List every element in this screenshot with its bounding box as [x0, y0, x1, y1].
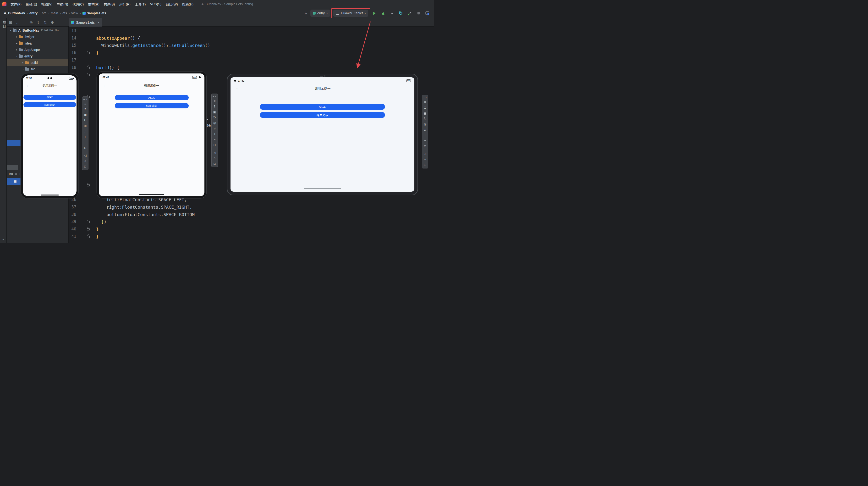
more-icon[interactable]: … — [16, 20, 20, 24]
debug-button[interactable] — [380, 10, 386, 16]
breadcrumb-item-entry[interactable]: entry — [29, 11, 37, 15]
rotate-icon[interactable]: ↻ — [422, 116, 428, 121]
audio-icon[interactable]: ♫ — [82, 128, 88, 134]
breadcrumb-item-a-buttonnav[interactable]: A_ButtonNav — [4, 11, 25, 15]
menu-icon[interactable]: ≡ — [422, 99, 428, 105]
breadcrumb-item-sample1-ets[interactable]: Sample1.ets — [83, 11, 106, 15]
menu-icon[interactable]: ≡ — [82, 101, 88, 107]
close-icon[interactable]: × — [215, 95, 216, 97]
volume-up-icon[interactable]: + — [422, 132, 428, 138]
bookmark-row[interactable]: Bo ≡ + — [7, 171, 21, 177]
run-button[interactable] — [371, 10, 377, 16]
power-icon[interactable]: ⊙ — [82, 145, 88, 150]
project-widget-icon[interactable]: ⊞ — [9, 20, 12, 25]
recents-nav-icon[interactable]: □ — [422, 162, 428, 168]
scroll-top-icon[interactable]: ↥ — [212, 104, 218, 109]
location-icon[interactable]: ◎ — [212, 120, 218, 125]
volume-down-icon[interactable]: − — [422, 138, 428, 143]
power-icon[interactable]: ⊙ — [212, 142, 218, 148]
audio-icon[interactable]: ♫ — [212, 125, 218, 131]
volume-up-icon[interactable]: + — [212, 131, 218, 137]
add-icon[interactable]: + — [19, 172, 21, 176]
module-selector[interactable]: entry ▾ — [310, 9, 330, 17]
menu-item-0[interactable]: 文件(F) — [8, 1, 24, 7]
menu-item-2[interactable]: 视图(V) — [39, 1, 55, 7]
menu-item-11[interactable]: 帮助(H) — [180, 1, 195, 7]
close-icon[interactable]: × — [86, 98, 87, 101]
breadcrumb-item-ets[interactable]: ets — [62, 11, 67, 15]
back-nav-icon[interactable]: ◁ — [212, 150, 218, 155]
menu-icon[interactable]: ≡ — [212, 98, 218, 104]
rotate-icon[interactable]: ↻ — [82, 117, 88, 123]
locate-target-icon[interactable]: ⌖ — [305, 11, 307, 16]
chevron-icon[interactable]: ▾ — [15, 55, 19, 57]
tree-item--idea[interactable]: ▸.idea — [7, 40, 68, 47]
rotate-icon[interactable]: ↻ — [212, 115, 218, 120]
stop-button[interactable] — [415, 10, 421, 16]
aigc-button[interactable]: AIGC — [115, 95, 189, 100]
tree-item-entry[interactable]: ▾entry — [7, 53, 68, 59]
inactive-row-highlight[interactable] — [7, 165, 18, 170]
aigc-button[interactable]: AIGC — [24, 95, 76, 100]
menu-item-9[interactable]: VCS(S) — [148, 1, 163, 7]
back-nav-icon[interactable]: ◁ — [82, 153, 88, 158]
home-nav-icon[interactable]: ○ — [82, 158, 88, 164]
tree-item-src[interactable]: ▾src — [7, 66, 68, 72]
locate-file-icon[interactable]: ◎ — [30, 20, 33, 25]
volume-up-icon[interactable]: + — [82, 134, 88, 140]
screenshot-icon[interactable]: ▣ — [422, 110, 428, 116]
collapse-all-icon[interactable]: ↧ — [37, 20, 40, 25]
expand-collapse-icon[interactable]: ⇅ — [44, 20, 47, 25]
power-icon[interactable]: ⊙ — [422, 143, 428, 149]
minimize-icon[interactable]: – — [423, 96, 425, 99]
volume-down-icon[interactable]: − — [82, 140, 88, 145]
close-icon[interactable]: × — [425, 96, 427, 99]
editor-tab-sample1[interactable]: Sample1.ets × — [69, 18, 102, 27]
home-nav-icon[interactable]: ○ — [212, 155, 218, 161]
chevron-icon[interactable]: ▾ — [21, 68, 25, 70]
screenshot-icon[interactable]: ▣ — [82, 112, 88, 117]
audio-icon[interactable]: ♫ — [422, 127, 428, 132]
harmony-button[interactable]: 纯血鸿蒙 — [115, 103, 189, 108]
tool-stripe-project-label[interactable]: 项目 — [0, 21, 6, 29]
profiler-button[interactable] — [389, 10, 395, 16]
menu-item-5[interactable]: 重构(R) — [86, 1, 101, 7]
back-arrow-icon[interactable]: ← — [26, 83, 30, 87]
scroll-top-icon[interactable]: ↥ — [422, 105, 428, 110]
chevron-icon[interactable]: ▾ — [9, 29, 13, 32]
back-arrow-icon[interactable]: ← — [236, 86, 240, 91]
tool-windows-button[interactable] — [425, 10, 430, 16]
hide-panel-icon[interactable]: — — [58, 20, 62, 24]
menu-item-10[interactable]: 窗口(W) — [163, 1, 180, 7]
filter-icon[interactable]: ≡ — [15, 172, 17, 176]
screenshot-icon[interactable]: ▣ — [212, 109, 218, 115]
volume-down-icon[interactable]: − — [212, 137, 218, 142]
chevron-icon[interactable]: ▸ — [21, 61, 25, 64]
harmony-button[interactable]: 纯血鸿蒙 — [260, 112, 385, 118]
aigc-button[interactable]: AIGC — [260, 104, 385, 110]
chevron-icon[interactable]: ▸ — [15, 42, 19, 45]
recents-nav-icon[interactable]: □ — [82, 164, 88, 169]
minimize-icon[interactable]: – — [213, 95, 214, 97]
chevron-icon[interactable]: ▸ — [15, 35, 19, 38]
tree-item-build[interactable]: ▸build — [7, 59, 68, 66]
menu-item-8[interactable]: 工具(T) — [133, 1, 148, 7]
back-arrow-icon[interactable]: ← — [103, 83, 107, 88]
settings-gear-icon[interactable]: ⚙ — [51, 20, 54, 25]
back-nav-icon[interactable]: ◁ — [422, 151, 428, 156]
rerun-button[interactable]: ↻ — [398, 10, 404, 16]
tree-item-a-buttonnav[interactable]: ▾A_ButtonNavD:\AUI\A_But — [7, 27, 68, 33]
tree-item--hvigor[interactable]: ▸.hvigor — [7, 33, 68, 40]
menu-item-4[interactable]: 代码(C) — [70, 1, 86, 7]
tree-item-appscope[interactable]: ▸AppScope — [7, 47, 68, 53]
breadcrumb-item-main[interactable]: main — [51, 11, 58, 15]
location-icon[interactable]: ◎ — [82, 123, 88, 128]
harmony-button[interactable]: 纯血鸿蒙 — [24, 102, 76, 107]
attach-debugger-button[interactable] — [407, 10, 412, 16]
recents-nav-icon[interactable]: □ — [212, 161, 218, 166]
location-icon[interactable]: ◎ — [422, 121, 428, 127]
menu-item-6[interactable]: 构建(B) — [102, 1, 117, 7]
menu-item-7[interactable]: 运行(R) — [117, 1, 132, 7]
device-selector[interactable]: Huawei_Tablet ▾ — [333, 9, 368, 17]
breadcrumb-item-src[interactable]: src — [42, 11, 46, 15]
